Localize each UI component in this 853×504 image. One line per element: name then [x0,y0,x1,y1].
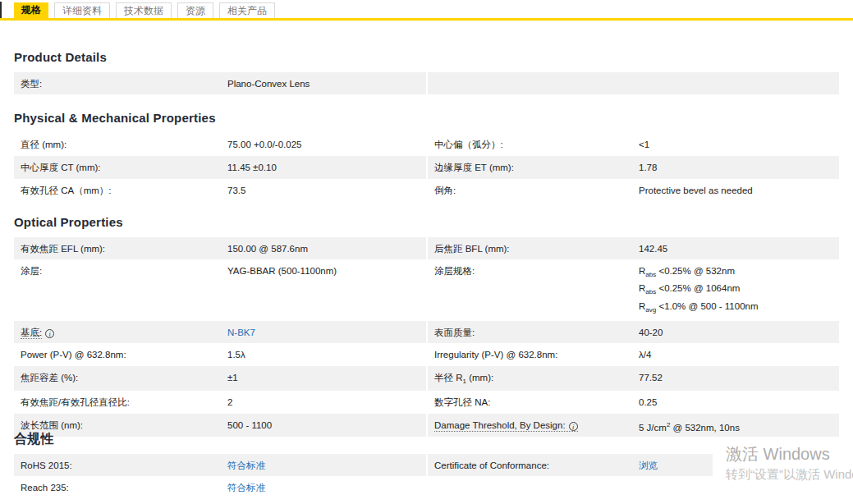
accent-underline [0,18,853,21]
section-product-details: Product Details 类型: Plano-Convex Lens [14,50,839,94]
section-title: 合规性 [14,432,839,447]
spec-label: 涂层: [21,265,227,277]
spec-label: 中心偏（弧分）: [434,139,639,150]
spec-label: 波长范围 (nm): [21,419,227,431]
section-optical: Optical Properties 有效焦距 EFL (mm): 150.00… [14,215,839,437]
spec-label: 焦距容差 (%): [21,372,227,383]
tab-resources[interactable]: 资源 [177,2,213,18]
spec-value: 1.5λ [227,349,420,360]
spec-value: λ/4 [639,349,832,360]
spec-value: Protective bevel as needed [639,185,832,196]
spec-value: 150.00 @ 587.6nm [227,243,420,254]
spec-label: 表面质量: [434,327,639,338]
tab-specs[interactable]: 规格 [14,2,48,18]
spec-value: 40-20 [639,327,832,338]
spec-value: ±1 [227,372,420,383]
spec-label: 涂层规格: [434,265,639,277]
spec-value: 2 [227,396,420,408]
spec-label: Damage Threshold, By Design:i [434,419,639,431]
spec-value: 77.52 [639,372,832,383]
spec-label: Irregularity (P-V) @ 632.8nm: [434,349,639,360]
spec-value: 142.45 [639,243,832,254]
table-row: 有效孔径 CA（mm）: 73.5 倒角: Protective bevel a… [14,179,839,202]
info-icon[interactable]: i [45,329,54,338]
spec-value: YAG-BBAR (500-1100nm) [227,265,420,277]
spec-label: 有效焦距 EFL (mm): [21,243,227,254]
spec-label: 后焦距 BFL (mm): [434,243,639,254]
tab-list: 规格 详细资料 技术数据 资源 相关产品 [14,2,275,18]
spec-value: Plano-Convex Lens [227,78,420,89]
spec-label: 数字孔径 NA: [434,396,639,408]
table-row: 焦距容差 (%): ±1 半径 R1 (mm): 77.52 [14,366,839,391]
table-row: Reach 235: 符合标准 [14,476,839,499]
spec-value: 500 - 1100 [227,419,420,431]
left-edge-mark [0,2,2,18]
table-row: 涂层: YAG-BBAR (500-1100nm) 涂层规格: Rabs <0.… [14,259,839,321]
spec-value: 11.45 ±0.10 [227,162,420,173]
spec-label: 边缘厚度 ET (mm): [434,162,639,173]
table-row: 中心厚度 CT (mm): 11.45 ±0.10 边缘厚度 ET (mm): … [14,156,839,179]
spec-page: 规格 详细资料 技术数据 资源 相关产品 Product Details 类型:… [0,0,853,504]
section-title: Physical & Mechanical Properties [14,111,839,126]
table-row: 类型: Plano-Convex Lens [14,72,839,94]
spec-label: 类型: [21,78,227,89]
spec-value: <1 [639,139,832,150]
spec-value: 73.5 [227,185,420,196]
table-row: 有效焦距 EFL (mm): 150.00 @ 587.6nm 后焦距 BFL … [14,237,839,259]
table-row: RoHS 2015: 符合标准 Certificate of Conforman… [14,454,839,476]
spec-label: 倒角: [434,185,639,196]
spec-label: 半径 R1 (mm): [434,372,639,387]
spec-value: 0.25 [639,396,832,408]
spec-value: 1.78 [639,162,832,173]
section-compliance: 合规性 RoHS 2015: 符合标准 Certificate of Confo… [14,432,839,499]
substrate-link[interactable]: N-BK7 [227,328,255,337]
reach-compliant-link[interactable]: 符合标准 [227,483,265,493]
spec-label: 有效焦距/有效孔径直径比: [21,396,227,408]
table-row: Power (P-V) @ 632.8nm: 1.5λ Irregularity… [14,343,839,366]
spec-label: 直径 (mm): [21,139,227,150]
spec-label: RoHS 2015: [21,460,227,471]
tab-details[interactable]: 详细资料 [54,2,110,18]
table-row: 有效焦距/有效孔径直径比: 2 数字孔径 NA: 0.25 [14,391,839,414]
table-row: 基底:i N-BK7 表面质量: 40-20 [14,321,839,343]
rohs-compliant-link[interactable]: 符合标准 [227,460,265,470]
info-icon[interactable]: i [569,422,578,431]
table-row: 直径 (mm): 75.00 +0.0/-0.025 中心偏（弧分）: <1 [14,133,839,156]
spec-label: 有效孔径 CA（mm）: [21,185,227,196]
section-title: Product Details [14,50,839,65]
certificate-view-link[interactable]: 浏览 [639,460,658,470]
spec-label: Power (P-V) @ 632.8nm: [21,349,227,360]
section-title: Optical Properties [14,215,839,230]
coating-specs-value: Rabs <0.25% @ 532nm Rabs <0.25% @ 1064nm… [639,265,832,318]
spec-label: 基底:i [21,327,227,338]
spec-label: Reach 235: [21,482,227,493]
spec-label: 中心厚度 CT (mm): [21,162,227,173]
section-physical: Physical & Mechanical Properties 直径 (mm)… [14,111,839,202]
tab-technical-data[interactable]: 技术数据 [116,2,172,18]
tab-related-products[interactable]: 相关产品 [219,2,275,18]
spec-value: 75.00 +0.0/-0.025 [227,139,420,150]
tab-bar: 规格 详细资料 技术数据 资源 相关产品 [0,0,853,18]
spec-label: Certificate of Conformance: [434,460,639,471]
